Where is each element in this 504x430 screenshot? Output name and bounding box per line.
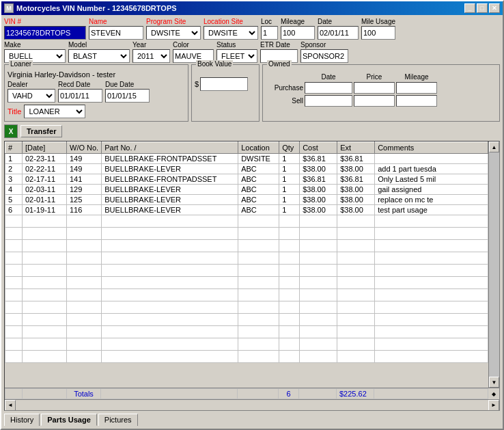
cell-wo: 116 xyxy=(67,205,102,215)
title-buttons: _ □ ✕ xyxy=(464,3,500,13)
col-part: Part No. / xyxy=(102,142,238,154)
program-site-select[interactable]: DWSITE xyxy=(146,26,201,40)
cell-date: 02-01-11 xyxy=(23,195,67,205)
table-row-empty xyxy=(5,240,488,252)
cell-num: 4 xyxy=(5,185,23,195)
name-group: Name xyxy=(89,18,143,40)
mileage-input[interactable] xyxy=(281,26,315,40)
cell-comments: gail assigned xyxy=(375,185,488,195)
cell-date: 02-17-11 xyxy=(23,174,67,185)
table-header: # [Date] W/O No. Part No. / Location Qty… xyxy=(5,142,488,154)
location-site-group: Location Site DWSITE xyxy=(204,18,258,40)
cell-part: BUELLBRAKE-LEVER xyxy=(102,185,238,195)
sell-mileage-input[interactable] xyxy=(396,95,437,107)
cell-wo: 125 xyxy=(67,195,102,205)
cell-ext: $36.81 xyxy=(337,154,375,164)
vin-input[interactable] xyxy=(4,26,86,40)
loc-input[interactable] xyxy=(261,26,278,40)
mile-usage-input[interactable] xyxy=(361,26,395,40)
cell-num: 1 xyxy=(5,154,23,164)
purchase-label: Purchase xyxy=(266,84,303,92)
scroll-right-button[interactable]: ► xyxy=(488,400,499,411)
horizontal-scrollbar[interactable]: ◄ ► xyxy=(5,399,499,410)
table-row-empty xyxy=(5,252,488,265)
cell-location: ABC xyxy=(238,185,279,195)
sell-label: Sell xyxy=(266,97,303,105)
book-value-input[interactable] xyxy=(200,77,248,91)
minimize-button[interactable]: _ xyxy=(464,3,475,13)
loaner-section-label: Loaner xyxy=(9,60,33,68)
tab-pictures[interactable]: Pictures xyxy=(98,414,138,426)
cell-part: BUELLBRAKE-LEVER xyxy=(102,195,238,205)
mileage-group: Mileage xyxy=(281,18,315,40)
title-bar-left: M Motorcycles VIN Number - 12345678DRTOP… xyxy=(4,3,177,13)
recd-date-input[interactable] xyxy=(58,89,102,103)
dealer-select[interactable]: VAHD xyxy=(8,89,55,103)
location-site-select[interactable]: DWSITE xyxy=(204,26,258,40)
cell-date: 02-23-11 xyxy=(23,154,67,164)
table-row-empty xyxy=(5,289,488,301)
purchase-date-input[interactable] xyxy=(305,82,352,94)
cell-date: 01-19-11 xyxy=(23,205,67,215)
purchase-price-input[interactable] xyxy=(354,82,395,94)
due-date-input[interactable] xyxy=(105,89,150,103)
tab-history[interactable]: History xyxy=(4,414,40,426)
scroll-corner: ◆ xyxy=(488,391,499,397)
excel-icon[interactable]: X xyxy=(4,124,18,138)
date-input[interactable] xyxy=(318,26,359,40)
table-row-empty xyxy=(5,228,488,240)
location-site-label: Location Site xyxy=(204,18,258,25)
cell-num: 6 xyxy=(5,205,23,215)
cell-num: 2 xyxy=(5,164,23,174)
vin-label: VIN # xyxy=(4,18,86,25)
close-button[interactable]: ✕ xyxy=(489,3,500,13)
toolbar: X Transfer xyxy=(4,123,500,139)
scroll-left-button[interactable]: ◄ xyxy=(5,400,16,411)
cell-comments: Only Lasted 5 mil xyxy=(375,174,488,185)
vertical-scrollbar[interactable]: ▲ ▼ xyxy=(488,142,499,388)
cell-location: DWSITE xyxy=(238,154,279,164)
etr-date-label: ETR Date xyxy=(260,41,298,49)
loc-label: Loc xyxy=(261,18,278,25)
cell-ext: $38.00 xyxy=(337,164,375,174)
purchase-mileage-input[interactable] xyxy=(396,82,437,94)
maximize-button[interactable]: □ xyxy=(477,3,488,13)
sponsor-input[interactable] xyxy=(300,49,348,63)
dealer-label: Dealer xyxy=(8,81,55,88)
header-row: VIN # Name Program Site DWSITE Location … xyxy=(4,18,500,40)
table-scroll-area: # [Date] W/O No. Part No. / Location Qty… xyxy=(5,142,499,388)
make-label: Make xyxy=(4,41,66,49)
parts-table: # [Date] W/O No. Part No. / Location Qty… xyxy=(5,142,488,363)
col-wo: W/O No. xyxy=(67,142,102,154)
transfer-button[interactable]: Transfer xyxy=(20,125,62,137)
book-value-row: $ xyxy=(195,77,256,91)
cell-location: ABC xyxy=(238,195,279,205)
cell-ext: $36.81 xyxy=(337,174,375,185)
cell-date: 02-03-11 xyxy=(23,185,67,195)
loaner-title-row: Title LOANER xyxy=(8,105,185,118)
info-sections-row: Loaner Virginia Harley-Davidson - tester… xyxy=(4,64,500,122)
title-select[interactable]: LOANER xyxy=(24,105,85,118)
sell-price-input[interactable] xyxy=(354,95,395,107)
scroll-corner-icon: ◆ xyxy=(492,391,496,397)
year-select[interactable]: 2011 xyxy=(132,49,170,63)
table-row-empty xyxy=(5,314,488,326)
book-value-section: Book Value $ xyxy=(191,64,260,122)
year-group: Year 2011 xyxy=(132,41,170,63)
recd-date-group: Recd Date xyxy=(58,81,102,103)
loaner-dealer-row: Dealer VAHD Recd Date Due Date xyxy=(8,81,185,103)
dealer-group: Dealer VAHD xyxy=(8,81,55,103)
col-comments: Comments xyxy=(375,142,488,154)
scroll-track xyxy=(489,152,499,377)
scroll-up-button[interactable]: ▲ xyxy=(489,142,499,152)
model-group: Model BLAST xyxy=(68,41,130,63)
model-select[interactable]: BLAST xyxy=(68,49,130,63)
cell-ext: $38.00 xyxy=(337,185,375,195)
tab-parts-usage[interactable]: Parts Usage xyxy=(41,414,97,426)
title-label: Title xyxy=(8,107,21,116)
sell-date-input[interactable] xyxy=(305,95,352,107)
scroll-down-button[interactable]: ▼ xyxy=(489,377,499,388)
name-input[interactable] xyxy=(89,26,143,40)
table-row: 6 01-19-11 116 BUELLBRAKE-LEVER ABC 1 $3… xyxy=(5,205,488,215)
title-bar: M Motorcycles VIN Number - 12345678DRTOP… xyxy=(1,1,503,15)
